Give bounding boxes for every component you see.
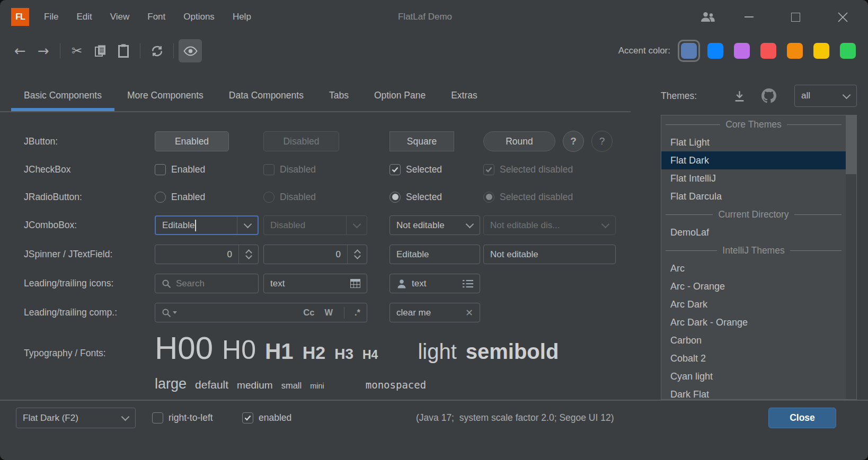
checkbox[interactable]: Disabled xyxy=(263,164,389,175)
clearable-field[interactable]: clear me ✕ xyxy=(389,303,480,322)
github-button[interactable] xyxy=(757,85,781,107)
tab[interactable]: Option Pane xyxy=(361,79,438,112)
checkbox[interactable]: Selected xyxy=(389,164,483,175)
menu-item[interactable]: Options xyxy=(174,12,224,22)
search-field-with-options[interactable]: Cc W .* xyxy=(155,303,367,322)
theme-list-item[interactable]: Arc xyxy=(661,259,846,277)
theme-list-item[interactable]: Cobalt 2 xyxy=(661,349,846,367)
enabled-button[interactable]: Enabled xyxy=(155,131,229,151)
combo-arrow xyxy=(459,216,480,234)
theme-list-item[interactable]: Dark Flat xyxy=(661,385,846,399)
search-dropdown-button[interactable] xyxy=(162,308,177,318)
theme-label: Flat Light xyxy=(670,137,710,148)
tab[interactable]: Extras xyxy=(438,79,490,112)
check-icon xyxy=(244,415,251,421)
match-case-button[interactable]: Cc xyxy=(303,308,314,318)
radio-button[interactable]: Enabled xyxy=(155,192,263,203)
enabled-checkbox[interactable]: enabled xyxy=(242,412,291,423)
theme-list-item[interactable]: Arc Dark - Orange xyxy=(661,313,846,331)
theme-list-item[interactable]: Arc - Orange xyxy=(661,277,846,295)
theme-list-item[interactable]: DemoLaf xyxy=(661,223,846,241)
menu-item[interactable]: Edit xyxy=(67,12,101,22)
table-icon[interactable] xyxy=(350,279,360,288)
search-field[interactable]: Search xyxy=(155,274,259,293)
combo-arrow[interactable] xyxy=(237,217,258,234)
typo-h4: H4 xyxy=(362,348,378,362)
separator-line xyxy=(787,124,842,125)
accent-swatch[interactable] xyxy=(837,40,859,62)
accent-swatch[interactable] xyxy=(757,40,780,62)
close-button[interactable]: Close xyxy=(768,408,836,428)
editable-textfield[interactable]: Editable xyxy=(389,245,480,264)
paste-button[interactable] xyxy=(112,39,135,62)
back-button[interactable]: ← xyxy=(8,39,32,62)
menu-item[interactable]: Help xyxy=(224,12,260,22)
row-label: JSpinner / JTextField: xyxy=(24,249,155,260)
close-window-button[interactable] xyxy=(830,0,855,34)
radio-button[interactable]: Selected xyxy=(389,192,483,203)
theme-list-item[interactable]: Cyan light xyxy=(661,367,846,385)
minimize-button[interactable] xyxy=(737,0,761,34)
tab[interactable]: More Components xyxy=(114,79,216,112)
theme-list-item[interactable]: Current Directory xyxy=(661,205,846,223)
theme-list-item[interactable]: Flat Light xyxy=(661,133,846,151)
menu-item[interactable]: File xyxy=(35,12,67,22)
text-field-with-table-icon[interactable]: text xyxy=(263,274,367,293)
tab[interactable]: Data Components xyxy=(216,79,316,112)
regex-button[interactable]: .* xyxy=(355,308,360,318)
spinner-arrows[interactable] xyxy=(238,245,258,264)
themes-list-panel: Core Themes Flat Light Flat Dark Flat In… xyxy=(661,115,857,400)
radio-button[interactable]: Disabled xyxy=(263,192,389,203)
accent-swatch[interactable] xyxy=(810,40,832,62)
editable-combobox[interactable]: Editable xyxy=(155,215,259,235)
checkbox[interactable]: Enabled xyxy=(155,164,263,175)
accent-swatch[interactable] xyxy=(704,40,727,62)
menu-item[interactable]: Font xyxy=(138,12,174,22)
menu-bar: FileEditViewFontOptionsHelp xyxy=(35,0,260,34)
accent-swatch[interactable] xyxy=(678,40,700,62)
scrollbar-thumb[interactable] xyxy=(846,115,856,174)
whole-words-button[interactable]: W xyxy=(324,308,333,318)
theme-list-item[interactable]: Flat Darcula xyxy=(661,187,846,205)
theme-list-item[interactable]: Arc Dark xyxy=(661,295,846,313)
square-button[interactable]: Square xyxy=(389,131,454,151)
clear-x-icon[interactable]: ✕ xyxy=(465,307,473,319)
menu-item[interactable]: View xyxy=(101,12,139,22)
maximize-button[interactable] xyxy=(783,0,808,34)
show-hover-toggle-button[interactable] xyxy=(179,39,202,62)
copy-button[interactable] xyxy=(88,39,112,62)
accent-swatch[interactable] xyxy=(784,40,806,62)
tab[interactable]: Basic Components xyxy=(11,79,114,112)
text-field-with-user-icon[interactable]: text xyxy=(389,274,480,293)
help-button[interactable]: ? xyxy=(563,131,584,152)
spinner[interactable]: 0 xyxy=(263,245,367,264)
round-button[interactable]: Round xyxy=(483,131,555,151)
not-editable-combobox[interactable]: Not editable xyxy=(389,215,480,235)
users-button[interactable] xyxy=(695,0,720,34)
theme-list-item[interactable]: Carbon xyxy=(661,331,846,349)
theme-list-item[interactable]: Flat IntelliJ xyxy=(661,169,846,187)
radio-label: Selected xyxy=(406,192,442,203)
spinner[interactable]: 0 xyxy=(155,245,259,264)
theme-list-item[interactable]: IntelliJ Themes xyxy=(661,241,846,259)
theme-list-item[interactable]: Flat Dark xyxy=(661,151,846,169)
checkbox-label: Enabled xyxy=(171,164,205,175)
help-button-borderless[interactable]: ? xyxy=(591,131,613,152)
right-to-left-checkbox[interactable]: right-to-left xyxy=(152,412,213,423)
menu-list-icon[interactable] xyxy=(463,279,473,288)
radio-button[interactable]: Selected disabled xyxy=(483,192,573,203)
checkbox[interactable]: Selected disabled xyxy=(483,164,573,175)
download-themes-button[interactable] xyxy=(727,85,751,107)
lookandfeel-combobox[interactable]: Flat Dark (F2) xyxy=(16,408,136,428)
themes-filter-combobox[interactable]: all xyxy=(794,85,857,107)
forward-button[interactable]: → xyxy=(32,39,55,62)
refresh-button[interactable] xyxy=(145,39,169,62)
spinner-arrows[interactable] xyxy=(347,245,367,264)
theme-list-item[interactable]: Core Themes xyxy=(661,115,846,133)
typo-large: large xyxy=(155,376,187,392)
tab[interactable]: Tabs xyxy=(316,79,361,112)
accent-swatch[interactable] xyxy=(731,40,753,62)
themes-scrollbar[interactable] xyxy=(846,115,856,399)
close-icon xyxy=(838,12,848,22)
cut-button[interactable]: ✂ xyxy=(65,39,88,62)
